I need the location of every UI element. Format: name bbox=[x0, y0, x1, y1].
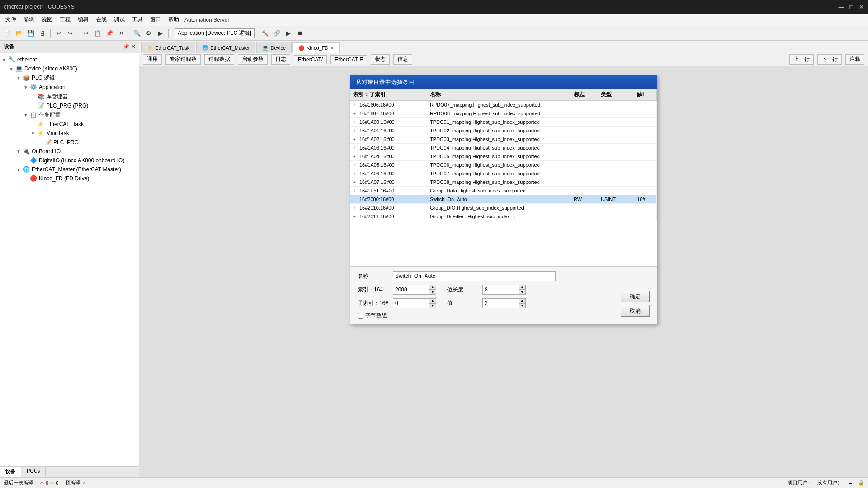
find-button[interactable]: 🔍 bbox=[132, 28, 142, 39]
btn-ethercat[interactable]: EtherCAT/ bbox=[294, 55, 327, 64]
subindex-input[interactable] bbox=[393, 298, 429, 308]
table-row[interactable]: +16#1A04:16#00 TPDO05_mapping.Highest_su… bbox=[350, 152, 657, 161]
index-spin-down[interactable]: ▼ bbox=[429, 290, 436, 295]
menu-file[interactable]: 文件 bbox=[2, 14, 20, 25]
btn-startup[interactable]: 启动参数 bbox=[238, 54, 268, 65]
name-input[interactable] bbox=[393, 271, 556, 281]
menu-tools[interactable]: 工具 bbox=[128, 14, 146, 25]
tab-close-kinco-fd[interactable]: ✕ bbox=[330, 46, 334, 51]
stop-button[interactable]: ⏹ bbox=[295, 28, 306, 39]
maximize-button[interactable]: □ bbox=[848, 4, 854, 10]
minimize-button[interactable]: — bbox=[838, 4, 844, 10]
btn-process[interactable]: 过程数据 bbox=[204, 54, 234, 65]
menu-window[interactable]: 窗口 bbox=[146, 14, 165, 25]
menu-help[interactable]: 帮助 bbox=[165, 14, 183, 25]
subindex-spin-down[interactable]: ▼ bbox=[429, 303, 436, 308]
table-row[interactable]: +16#1A05:16#00 TPDO06_mapping.Highest_su… bbox=[350, 161, 657, 169]
tree-item-plcprg2[interactable]: 📝 PLC_PRG bbox=[0, 138, 139, 147]
bit-length-spin-down[interactable]: ▼ bbox=[519, 290, 526, 295]
sidebar-pin-button[interactable]: 📌 bbox=[123, 44, 129, 50]
value-input[interactable] bbox=[482, 298, 519, 308]
sidebar-close-button[interactable]: ✕ bbox=[131, 44, 135, 50]
close-button[interactable]: ✕ bbox=[858, 4, 864, 10]
table-row[interactable]: +16#1606:16#00 RPDO07_mapping.Highest_su… bbox=[350, 101, 657, 109]
tree-item-digitalio[interactable]: 🔷 DigitalIO (Kinco AK800 onboard IO) bbox=[0, 156, 139, 165]
delete-button[interactable]: ✕ bbox=[116, 28, 127, 39]
table-row[interactable]: +16#1A06:16#00 TPDO07_mapping.Highest_su… bbox=[350, 169, 657, 178]
ok-button[interactable]: 确定 bbox=[621, 291, 650, 302]
btn-next-row[interactable]: 下一行 bbox=[817, 54, 842, 65]
connect-button[interactable]: 🔗 bbox=[271, 28, 282, 39]
table-row[interactable]: +16#1A07:16#00 TPDO08_mapping.Highest_su… bbox=[350, 178, 657, 187]
toolbar-extra1[interactable]: ⚙ bbox=[143, 28, 154, 39]
menu-debug[interactable]: 调试 bbox=[110, 14, 128, 25]
btn-prev-row[interactable]: 上一行 bbox=[789, 54, 814, 65]
app-label[interactable]: Application [Device: PLC 逻辑] bbox=[175, 28, 255, 38]
menu-online[interactable]: 在线 bbox=[92, 14, 110, 25]
byte-array-label: 字节数组 bbox=[365, 312, 387, 319]
print-button[interactable]: 🖨 bbox=[37, 28, 48, 39]
bit-length-input[interactable] bbox=[482, 285, 519, 295]
tree-item-device[interactable]: ▼ 💻 Device (Kinco AK300) bbox=[0, 64, 139, 73]
menu-project[interactable]: 工程 bbox=[56, 14, 74, 25]
tree-item-plcprg[interactable]: 📝 PLC_PRG (PRG) bbox=[0, 101, 139, 110]
table-row[interactable]: +16#1A01:16#00 TPDO02_mapping.Highest_su… bbox=[350, 127, 657, 135]
dialog-select-object: 从对象目录中选择条目 索引：子索引 名称 标志 类型 bbox=[350, 75, 657, 324]
tab-device[interactable]: 💻 Device bbox=[256, 42, 292, 53]
toolbar-extra2[interactable]: ▶ bbox=[155, 28, 166, 39]
btn-log[interactable]: 日志 bbox=[271, 54, 290, 65]
tab-ethercat-master[interactable]: 🌐 EtherCAT_Master bbox=[196, 42, 255, 53]
index-input[interactable] bbox=[393, 285, 429, 295]
tree-item-onboard[interactable]: ▼ 🔌 OnBoard IO bbox=[0, 147, 139, 156]
btn-general[interactable]: 通用 bbox=[143, 54, 162, 65]
tree-item-kinco-fd[interactable]: 🔴 Kinco_FD (FD Drive) bbox=[0, 174, 139, 183]
value-spin-up[interactable]: ▲ bbox=[519, 298, 526, 303]
cut-button[interactable]: ✂ bbox=[80, 28, 91, 39]
tree-item-ethercat-task[interactable]: ⚡ EtherCAT_Task bbox=[0, 120, 139, 129]
menu-compile[interactable]: 编辑 bbox=[74, 14, 92, 25]
cell-type bbox=[598, 101, 634, 109]
table-row-selected[interactable]: 16#2000:16#00 Switch_On_Auto RW USINT 16… bbox=[350, 195, 657, 204]
btn-comment[interactable]: 注释 bbox=[845, 54, 864, 65]
byte-array-checkbox[interactable] bbox=[358, 313, 363, 319]
tree-item-ethercat[interactable]: ▼ 🔧 ethercat bbox=[0, 55, 139, 64]
tree-item-maintask[interactable]: ▼ ⚡ MainTask bbox=[0, 129, 139, 138]
table-row[interactable]: +16#1A02:16#00 TPDO03_mapping.Highest_su… bbox=[350, 135, 657, 144]
index-spin-up[interactable]: ▲ bbox=[429, 285, 436, 290]
object-table-body[interactable]: +16#1606:16#00 RPDO07_mapping.Highest_su… bbox=[350, 101, 657, 266]
btn-ethercatie[interactable]: EtherCATIE bbox=[330, 55, 367, 64]
table-row[interactable]: +16#2011:16#00 Group_Di.Filter...Highest… bbox=[350, 212, 657, 221]
tab-ethercat-task[interactable]: ⚡ EtherCAT_Task bbox=[141, 42, 195, 53]
table-row[interactable]: +16#1A03:16#00 TPDO04_mapping.Highest_su… bbox=[350, 144, 657, 152]
tree-item-ethercat-master[interactable]: ▼ 🌐 EtherCAT_Master (EtherCAT Master) bbox=[0, 165, 139, 174]
build-button[interactable]: 🔨 bbox=[259, 28, 270, 39]
cancel-button[interactable]: 取消 bbox=[621, 305, 650, 317]
save-button[interactable]: 💾 bbox=[25, 28, 36, 39]
tree-item-application[interactable]: ▼ ⚙️ Application bbox=[0, 83, 139, 92]
sidebar-tab-devices[interactable]: 设备 bbox=[0, 467, 21, 477]
tree-item-lib[interactable]: 📚 库管理器 bbox=[0, 92, 139, 101]
redo-button[interactable]: ↪ bbox=[65, 28, 75, 39]
table-row[interactable]: +16#1A00:16#00 TPDO01_mapping.Highest_su… bbox=[350, 118, 657, 127]
tab-kinco-fd[interactable]: 🔴 Kinco_FD ✕ bbox=[292, 42, 340, 53]
menu-view[interactable]: 视图 bbox=[38, 14, 56, 25]
value-spin-down[interactable]: ▼ bbox=[519, 303, 526, 308]
bit-length-spin-up[interactable]: ▲ bbox=[519, 285, 526, 290]
table-row[interactable]: +16#2010:16#00 Group_DIO.Highest_sub_ind… bbox=[350, 204, 657, 212]
new-button[interactable]: 📄 bbox=[2, 28, 13, 39]
tree-item-plc[interactable]: ▼ 📦 PLC 逻辑 bbox=[0, 73, 139, 83]
btn-expert[interactable]: 专家过程数 bbox=[165, 54, 201, 65]
sidebar-tab-pous[interactable]: POUs bbox=[21, 467, 46, 477]
table-row[interactable]: +16#1607:16#00 RPDO08_mapping.Highest_su… bbox=[350, 109, 657, 118]
run-button[interactable]: ▶ bbox=[283, 28, 294, 39]
open-button[interactable]: 📂 bbox=[14, 28, 24, 39]
undo-button[interactable]: ↩ bbox=[53, 28, 64, 39]
copy-button[interactable]: 📋 bbox=[92, 28, 103, 39]
btn-info[interactable]: 信息 bbox=[393, 54, 412, 65]
tree-item-taskconfig[interactable]: ▼ 📋 任务配置 bbox=[0, 110, 139, 120]
btn-status[interactable]: 状态 bbox=[371, 54, 390, 65]
menu-edit[interactable]: 编辑 bbox=[20, 14, 38, 25]
paste-button[interactable]: 📌 bbox=[104, 28, 115, 39]
table-row[interactable]: +16#1F51:16#00 Group_Data.Highest_sub_in… bbox=[350, 187, 657, 195]
subindex-spin-up[interactable]: ▲ bbox=[429, 298, 436, 303]
